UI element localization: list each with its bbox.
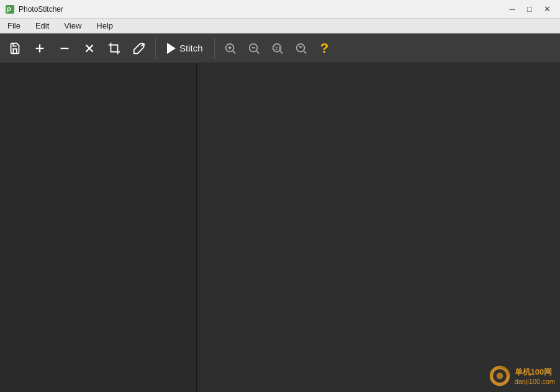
- title-left: P PhotoStitcher: [5, 4, 63, 14]
- right-panel: 单机100网 danji100.com: [197, 63, 560, 392]
- stitch-label: Stitch: [179, 43, 203, 53]
- title-text: PhotoStitcher: [19, 5, 63, 14]
- title-controls: ─ □ ✕: [504, 3, 555, 16]
- crop-button[interactable]: [103, 37, 125, 60]
- minimize-button[interactable]: ─: [504, 3, 520, 16]
- svg-line-13: [256, 51, 259, 53]
- svg-text:P: P: [7, 6, 11, 14]
- watermark-icon: [489, 365, 511, 387]
- left-panel: [0, 63, 197, 392]
- zoom-actual-button[interactable]: 1:1: [267, 38, 288, 59]
- watermark-line2: danji100.com: [515, 378, 555, 385]
- toolbar: Stitch 1:1 ?: [0, 33, 560, 63]
- maximize-button[interactable]: □: [522, 3, 538, 16]
- menu-bar: File Edit View Help: [0, 19, 560, 33]
- stitch-button[interactable]: Stitch: [161, 40, 209, 56]
- close-button[interactable]: ✕: [539, 3, 555, 16]
- watermark: 单机100网 danji100.com: [489, 365, 555, 387]
- paint-button[interactable]: [128, 37, 150, 60]
- watermark-line1: 单机100网: [515, 367, 553, 378]
- toolbar-separator-2: [214, 38, 215, 59]
- svg-line-9: [233, 51, 235, 53]
- svg-line-16: [280, 51, 282, 53]
- svg-point-22: [496, 373, 503, 380]
- title-bar: P PhotoStitcher ─ □ ✕: [0, 0, 560, 19]
- main-content: 单机100网 danji100.com: [0, 63, 560, 392]
- help-button[interactable]: ?: [314, 38, 335, 59]
- menu-view[interactable]: View: [56, 19, 89, 33]
- remove-button[interactable]: [53, 37, 76, 60]
- add-button[interactable]: [29, 37, 51, 60]
- menu-edit[interactable]: Edit: [28, 19, 56, 33]
- save-button[interactable]: [4, 37, 26, 60]
- delete-button[interactable]: [78, 37, 101, 60]
- play-icon: [167, 43, 176, 54]
- zoom-out-button[interactable]: [243, 38, 264, 59]
- toolbar-separator-1: [155, 38, 156, 59]
- zoom-in-button[interactable]: [220, 38, 241, 59]
- svg-line-19: [304, 51, 306, 53]
- watermark-text: 单机100网 danji100.com: [515, 367, 555, 385]
- svg-text:1:1: 1:1: [274, 46, 281, 50]
- menu-help[interactable]: Help: [89, 19, 120, 33]
- menu-file[interactable]: File: [0, 19, 28, 33]
- app-icon: P: [5, 4, 15, 14]
- svg-line-7: [142, 43, 144, 46]
- zoom-fit-button[interactable]: [291, 38, 312, 59]
